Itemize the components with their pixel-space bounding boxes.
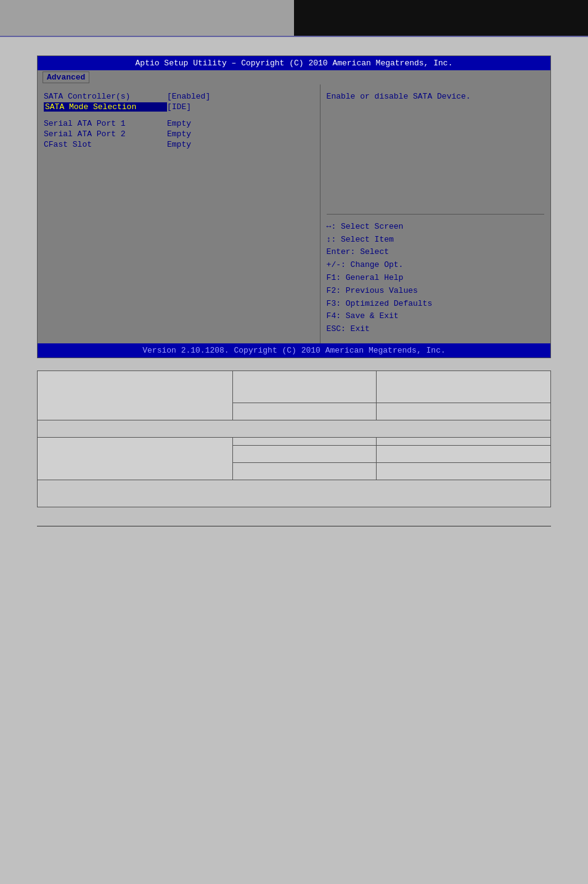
- table-cell: [232, 403, 376, 420]
- table-cell: [232, 438, 376, 446]
- serial-ata-port2-value: Empty: [167, 129, 191, 139]
- bios-right-panel: Enable or disable SATA Device. ↔: Select…: [320, 84, 550, 343]
- bios-help-text: Enable or disable SATA Device.: [327, 92, 544, 208]
- key-f4: F4: Save & Exit: [327, 310, 544, 323]
- table-row: [38, 480, 551, 507]
- sata-controller-label: SATA Controller(s): [44, 92, 167, 101]
- bios-divider: [327, 214, 544, 215]
- serial-ata-port1-value: Empty: [167, 119, 191, 128]
- cfast-slot-value: Empty: [167, 140, 191, 149]
- key-esc: ESC: Exit: [327, 323, 544, 336]
- sata-mode-row[interactable]: SATA Mode Selection [IDE]: [44, 102, 314, 112]
- bios-left-panel: SATA Controller(s) [Enabled] SATA Mode S…: [38, 84, 320, 343]
- sata-controller-row[interactable]: SATA Controller(s) [Enabled]: [44, 92, 314, 101]
- cfast-slot-row: CFast Slot Empty: [44, 140, 314, 149]
- bios-title: Aptio Setup Utility – Copyright (C) 2010…: [38, 56, 550, 70]
- bios-body: SATA Controller(s) [Enabled] SATA Mode S…: [38, 84, 550, 343]
- bios-tab-bar: Advanced: [38, 70, 550, 84]
- bios-keys: ↔: Select Screen ↕: Select Item Enter: S…: [327, 221, 544, 336]
- bios-tab-advanced[interactable]: Advanced: [43, 72, 89, 83]
- table-cell: [376, 371, 550, 403]
- table-cell-span: [38, 480, 551, 507]
- serial-ata-port2-label: Serial ATA Port 2: [44, 129, 167, 139]
- sata-mode-label: SATA Mode Selection: [44, 102, 167, 112]
- bios-screen: Aptio Setup Utility – Copyright (C) 2010…: [37, 55, 551, 358]
- table-cell: [232, 446, 376, 463]
- table-cell: [376, 438, 550, 446]
- table-row: [38, 420, 551, 438]
- key-f3: F3: Optimized Defaults: [327, 298, 544, 311]
- table-cell: [232, 463, 376, 480]
- data-table: [37, 370, 551, 507]
- table-cell: [38, 371, 233, 420]
- key-enter: Enter: Select: [327, 246, 544, 259]
- serial-ata-port1-label: Serial ATA Port 1: [44, 119, 167, 128]
- top-header: [0, 0, 588, 37]
- header-left: [0, 0, 294, 37]
- key-select-item: ↕: Select Item: [327, 234, 544, 247]
- table-cell-span: [38, 420, 551, 438]
- table-cell: [376, 446, 550, 463]
- table-cell: [38, 438, 233, 480]
- table-row: [38, 438, 551, 446]
- key-f2: F2: Previous Values: [327, 285, 544, 298]
- sata-controller-value: [Enabled]: [167, 92, 210, 101]
- bottom-divider: [37, 526, 551, 526]
- key-select-screen: ↔: Select Screen: [327, 221, 544, 234]
- header-right: [294, 0, 588, 37]
- sata-mode-value: [IDE]: [167, 102, 191, 112]
- serial-ata-port1-row: Serial ATA Port 1 Empty: [44, 119, 314, 128]
- table-cell: [376, 403, 550, 420]
- key-change-opt: +/-: Change Opt.: [327, 259, 544, 272]
- bios-footer: Version 2.10.1208. Copyright (C) 2010 Am…: [38, 343, 550, 358]
- table-cell: [376, 463, 550, 480]
- table-section: [37, 370, 551, 507]
- serial-ata-port2-row: Serial ATA Port 2 Empty: [44, 129, 314, 139]
- key-f1: F1: General Help: [327, 272, 544, 285]
- table-cell: [232, 371, 376, 403]
- table-row: [38, 371, 551, 403]
- cfast-slot-label: CFast Slot: [44, 140, 167, 149]
